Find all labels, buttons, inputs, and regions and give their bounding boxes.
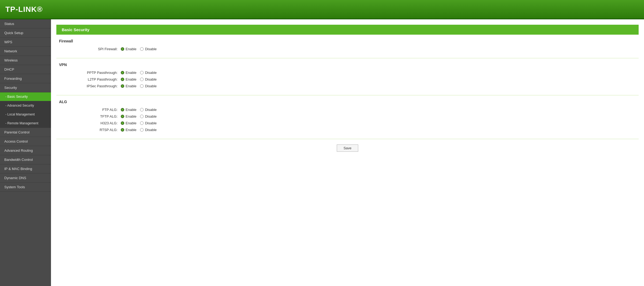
header: TP-LINK® [0,0,644,19]
radio-label-spi-firewall-disable: Disable [145,47,156,51]
radio-input-ipsec-passthrough-enable[interactable] [121,84,124,88]
save-button[interactable]: Save [337,144,358,152]
form-row-pptp-passthrough: PPTP Passthrough:EnableDisable [56,71,639,75]
radio-group-ipsec-passthrough: EnableDisable [121,84,157,88]
radio-input-spi-firewall-enable[interactable] [121,47,124,51]
radio-input-rtsp-alg-disable[interactable] [140,128,144,132]
sidebar-item-system-tools[interactable]: System Tools [0,183,51,192]
sidebar-item-security[interactable]: Security [0,83,51,92]
form-row-ipsec-passthrough: IPSec Passthrough:EnableDisable [56,84,639,88]
form-row-spi-firewall: SPI Firewall:EnableDisable [56,47,639,51]
radio-input-spi-firewall-disable[interactable] [140,47,144,51]
radio-label-l2tp-passthrough-disable: Disable [145,77,156,81]
radio-input-ftp-alg-disable[interactable] [140,108,144,111]
radio-option-h323-alg-disable[interactable]: Disable [140,121,156,125]
sidebar-item-local-management[interactable]: - Local Management [0,110,51,119]
main-layout: StatusQuick SetupWPSNetworkWirelessDHCPF… [0,19,644,286]
sidebar-item-wireless[interactable]: Wireless [0,56,51,65]
radio-option-ipsec-passthrough-disable[interactable]: Disable [140,84,156,88]
field-label-tftp-alg: TFTP ALG: [72,114,121,118]
sidebar-item-forwarding[interactable]: Forwarding [0,74,51,83]
radio-option-ipsec-passthrough-enable[interactable]: Enable [121,84,136,88]
section-alg: ALGFTP ALG:EnableDisableTFTP ALG:EnableD… [56,95,639,139]
sidebar-item-dhcp[interactable]: DHCP [0,65,51,74]
section-firewall: FirewallSPI Firewall:EnableDisable [56,35,639,58]
radio-input-ipsec-passthrough-disable[interactable] [140,84,144,88]
radio-option-l2tp-passthrough-enable[interactable]: Enable [121,77,136,81]
radio-option-h323-alg-enable[interactable]: Enable [121,121,136,125]
field-label-ipsec-passthrough: IPSec Passthrough: [72,84,121,88]
sidebar-item-quick-setup[interactable]: Quick Setup [0,28,51,38]
radio-group-h323-alg: EnableDisable [121,121,157,125]
radio-label-tftp-alg-disable: Disable [145,114,156,118]
radio-label-rtsp-alg-enable: Enable [126,128,136,132]
radio-input-pptp-passthrough-disable[interactable] [140,71,144,74]
sidebar-item-remote-management[interactable]: - Remote Management [0,119,51,128]
section-title-vpn: VPN [56,63,639,67]
radio-label-h323-alg-disable: Disable [145,121,156,125]
radio-input-pptp-passthrough-enable[interactable] [121,71,124,74]
sidebar: StatusQuick SetupWPSNetworkWirelessDHCPF… [0,19,51,286]
radio-option-rtsp-alg-disable[interactable]: Disable [140,128,156,132]
radio-input-l2tp-passthrough-enable[interactable] [121,78,124,81]
radio-option-l2tp-passthrough-disable[interactable]: Disable [140,77,156,81]
field-label-ftp-alg: FTP ALG: [72,108,121,112]
radio-input-h323-alg-disable[interactable] [140,121,144,125]
save-area: Save [51,139,644,157]
radio-group-tftp-alg: EnableDisable [121,114,157,118]
sidebar-item-wps[interactable]: WPS [0,38,51,47]
sidebar-item-basic-security[interactable]: - Basic Security [0,92,51,101]
radio-group-rtsp-alg: EnableDisable [121,128,157,132]
field-label-pptp-passthrough: PPTP Passthrough: [72,71,121,75]
radio-label-h323-alg-enable: Enable [126,121,136,125]
sidebar-item-dynamic-dns[interactable]: Dynamic DNS [0,173,51,183]
radio-option-spi-firewall-enable[interactable]: Enable [121,47,136,51]
field-label-h323-alg: H323 ALG: [72,121,121,125]
sidebar-item-network[interactable]: Network [0,47,51,56]
radio-label-tftp-alg-enable: Enable [126,114,136,118]
content-area: Basic Security FirewallSPI Firewall:Enab… [51,19,644,286]
form-row-h323-alg: H323 ALG:EnableDisable [56,121,639,125]
radio-label-ftp-alg-disable: Disable [145,108,156,112]
radio-option-ftp-alg-enable[interactable]: Enable [121,108,136,112]
sidebar-item-advanced-routing[interactable]: Advanced Routing [0,146,51,155]
radio-input-tftp-alg-enable[interactable] [121,115,124,118]
radio-label-ipsec-passthrough-disable: Disable [145,84,156,88]
sidebar-item-ip-mac-binding[interactable]: IP & MAC Binding [0,164,51,173]
radio-label-spi-firewall-enable: Enable [126,47,136,51]
radio-label-ftp-alg-enable: Enable [126,108,136,112]
radio-input-l2tp-passthrough-disable[interactable] [140,78,144,81]
radio-group-ftp-alg: EnableDisable [121,108,157,112]
radio-input-ftp-alg-enable[interactable] [121,108,124,111]
radio-input-rtsp-alg-enable[interactable] [121,128,124,132]
radio-label-ipsec-passthrough-enable: Enable [126,84,136,88]
radio-option-spi-firewall-disable[interactable]: Disable [140,47,156,51]
radio-group-pptp-passthrough: EnableDisable [121,71,157,75]
radio-input-tftp-alg-disable[interactable] [140,115,144,118]
radio-label-pptp-passthrough-disable: Disable [145,71,156,75]
radio-label-l2tp-passthrough-enable: Enable [126,77,136,81]
radio-option-pptp-passthrough-enable[interactable]: Enable [121,71,136,75]
section-title-firewall: Firewall [56,39,639,43]
radio-input-h323-alg-enable[interactable] [121,121,124,125]
form-row-rtsp-alg: RTSP ALG:EnableDisable [56,128,639,132]
sidebar-item-access-control[interactable]: Access Control [0,137,51,146]
form-row-ftp-alg: FTP ALG:EnableDisable [56,108,639,112]
sidebar-item-parental-control[interactable]: Parental Control [0,128,51,137]
sidebar-item-advanced-security[interactable]: - Advanced Security [0,101,51,110]
radio-option-tftp-alg-enable[interactable]: Enable [121,114,136,118]
radio-option-tftp-alg-disable[interactable]: Disable [140,114,156,118]
radio-group-l2tp-passthrough: EnableDisable [121,77,157,81]
form-row-l2tp-passthrough: L2TP Passthrough:EnableDisable [56,77,639,81]
logo: TP-LINK® [5,5,43,14]
radio-option-rtsp-alg-enable[interactable]: Enable [121,128,136,132]
form-row-tftp-alg: TFTP ALG:EnableDisable [56,114,639,118]
section-vpn: VPNPPTP Passthrough:EnableDisableL2TP Pa… [56,58,639,95]
radio-option-ftp-alg-disable[interactable]: Disable [140,108,156,112]
radio-option-pptp-passthrough-disable[interactable]: Disable [140,71,156,75]
sidebar-item-bandwidth-control[interactable]: Bandwidth Control [0,155,51,164]
radio-group-spi-firewall: EnableDisable [121,47,157,51]
section-title-alg: ALG [56,100,639,104]
radio-label-rtsp-alg-disable: Disable [145,128,156,132]
sidebar-item-status[interactable]: Status [0,19,51,28]
